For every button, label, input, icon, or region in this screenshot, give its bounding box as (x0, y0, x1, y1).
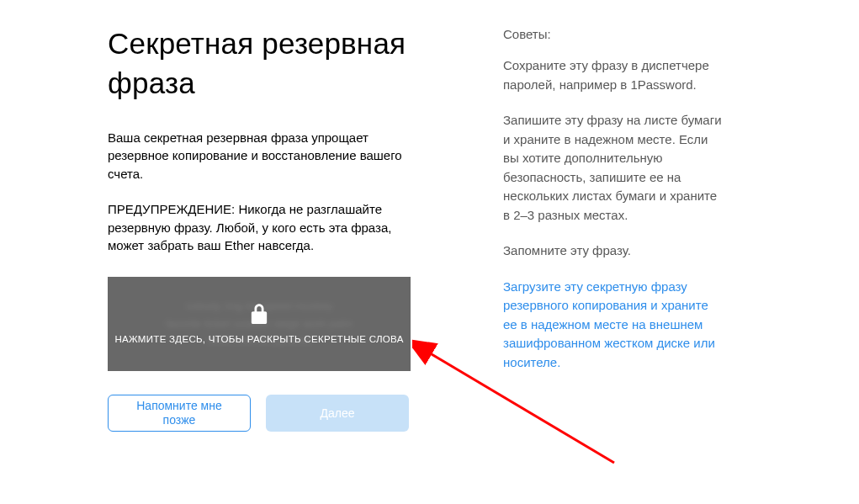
warning-text: ПРЕДУПРЕЖДЕНИЕ: Никогда не разглашайте р… (108, 200, 419, 255)
main-column: Секретная резервная фраза Ваша секретная… (108, 24, 419, 432)
download-seed-link[interactable]: Загрузите эту секретную фразу резервного… (503, 278, 722, 373)
page-title: Секретная резервная фраза (108, 24, 419, 103)
tip-item: Запишите эту фразу на листе бумаги и хра… (503, 111, 722, 225)
tip-item: Запомните эту фразу. (503, 241, 722, 261)
description-text: Ваша секретная резервная фраза упрощает … (108, 129, 419, 183)
lock-icon (250, 304, 268, 334)
remind-later-button[interactable]: Напомните мне позже (108, 395, 251, 432)
next-button: Далее (266, 395, 409, 432)
reveal-seed-box[interactable]: nobody ring list speed monkey favorite t… (108, 277, 411, 371)
reveal-seed-label: НАЖМИТЕ ЗДЕСЬ, ЧТОБЫ РАСКРЫТЬ СЕКРЕТНЫЕ … (114, 334, 403, 344)
tips-heading: Советы: (503, 27, 722, 41)
button-row: Напомните мне позже Далее (108, 395, 419, 432)
tip-item: Сохраните эту фразу в диспетчере паролей… (503, 56, 722, 94)
tips-column: Советы: Сохраните эту фразу в диспетчере… (503, 24, 722, 432)
